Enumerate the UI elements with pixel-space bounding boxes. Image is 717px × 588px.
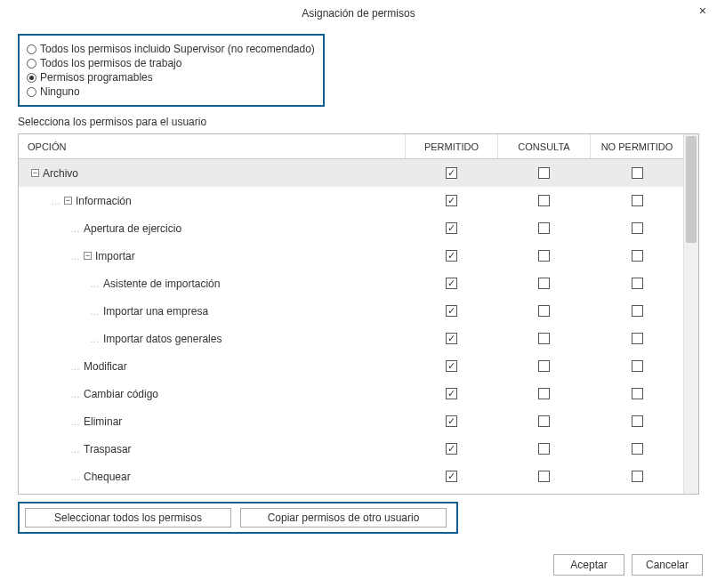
option-label: Traspasar: [84, 443, 132, 455]
table-row: …Modificar: [19, 352, 683, 380]
allowed-checkbox[interactable]: [446, 278, 457, 289]
allowed-checkbox[interactable]: [446, 415, 457, 427]
not-allowed-checkbox[interactable]: [632, 471, 643, 482]
table-row: …Importar datos generales: [19, 325, 683, 352]
collapse-icon[interactable]: −: [31, 169, 39, 177]
allowed-checkbox[interactable]: [446, 388, 457, 399]
copy-from-user-button[interactable]: Copiar permisos de otro usuario: [240, 508, 447, 528]
query-checkbox[interactable]: [538, 222, 550, 234]
bulk-actions: Seleccionar todos los permisos Copiar pe…: [18, 502, 458, 534]
collapse-icon[interactable]: −: [84, 252, 92, 260]
scrollbar-thumb[interactable]: [686, 136, 697, 243]
col-header-query: CONSULTA: [498, 134, 591, 158]
not-allowed-checkbox[interactable]: [632, 415, 643, 427]
allowed-checkbox[interactable]: [446, 443, 457, 455]
not-allowed-checkbox[interactable]: [632, 250, 643, 262]
not-allowed-checkbox[interactable]: [632, 167, 643, 179]
not-allowed-checkbox[interactable]: [632, 278, 643, 289]
table-row: …Asistente de importación: [19, 270, 683, 297]
option-label: Chequear: [84, 471, 131, 483]
tree-line-icon: …: [70, 416, 80, 427]
query-cell: [498, 325, 591, 352]
option-label: Importar datos generales: [103, 333, 222, 345]
not-allowed-checkbox[interactable]: [632, 222, 643, 234]
query-checkbox[interactable]: [538, 250, 550, 262]
not-allowed-checkbox[interactable]: [632, 195, 643, 206]
query-cell: [498, 297, 591, 325]
dialog-title: Asignación de permisos: [302, 7, 415, 20]
tree-line-icon: …: [90, 334, 100, 344]
option-label: Asistente de importación: [103, 278, 220, 290]
not-allowed-checkbox[interactable]: [632, 333, 643, 344]
table-row: …Apertura de ejercicio: [19, 214, 683, 242]
not-allowed-cell: [591, 242, 683, 270]
query-checkbox[interactable]: [538, 278, 550, 289]
option-cell: …Importar datos generales: [19, 325, 406, 352]
radio-label: Ninguno: [40, 85, 80, 98]
option-cell: …Importar una empresa: [19, 297, 406, 325]
tree-line-icon: …: [70, 444, 80, 455]
allowed-checkbox[interactable]: [446, 471, 457, 482]
radio-programmable[interactable]: Permisos programables: [27, 71, 316, 84]
allowed-cell: [406, 297, 498, 325]
close-icon[interactable]: ×: [699, 4, 706, 18]
not-allowed-checkbox[interactable]: [632, 388, 643, 399]
select-all-button[interactable]: Seleccionar todos los permisos: [25, 508, 231, 528]
query-cell: [498, 270, 591, 297]
query-checkbox[interactable]: [538, 471, 550, 482]
not-allowed-checkbox[interactable]: [632, 305, 643, 317]
allowed-cell: [406, 270, 498, 297]
radio-label: Permisos programables: [40, 71, 153, 84]
allowed-cell: [406, 380, 498, 407]
option-cell: …Eliminar: [19, 407, 406, 435]
col-header-allowed: PERMITIDO: [406, 134, 498, 158]
query-checkbox[interactable]: [538, 195, 550, 206]
cancel-button[interactable]: Cancelar: [632, 554, 703, 576]
tree-line-icon: …: [70, 223, 80, 234]
option-label: Cambiar código: [84, 388, 158, 400]
allowed-checkbox[interactable]: [446, 305, 457, 317]
query-checkbox[interactable]: [538, 360, 550, 372]
option-cell: −Archivo: [19, 159, 406, 187]
query-checkbox[interactable]: [538, 388, 550, 399]
radio-all-work[interactable]: Todos los permisos de trabajo: [27, 57, 316, 69]
allowed-checkbox[interactable]: [446, 250, 457, 262]
allowed-checkbox[interactable]: [446, 195, 457, 206]
radio-all-inc-supervisor[interactable]: Todos los permisos incluido Supervisor (…: [27, 43, 316, 55]
not-allowed-cell: [591, 270, 683, 297]
allowed-cell: [406, 242, 498, 270]
allowed-cell: [406, 435, 498, 463]
select-permissions-label: Selecciona los permisos para el usuario: [18, 116, 699, 128]
option-cell: …−Importar: [19, 242, 406, 270]
query-checkbox[interactable]: [538, 443, 550, 455]
allowed-checkbox[interactable]: [446, 167, 457, 179]
table-row: …Traspasar: [19, 435, 683, 463]
allowed-cell: [406, 407, 498, 435]
query-checkbox[interactable]: [538, 333, 550, 344]
not-allowed-cell: [591, 352, 683, 380]
allowed-cell: [406, 325, 498, 352]
query-checkbox[interactable]: [538, 305, 550, 317]
query-checkbox[interactable]: [538, 167, 550, 179]
radio-none[interactable]: Ninguno: [27, 85, 316, 98]
option-label: Modificar: [84, 360, 127, 373]
not-allowed-cell: [591, 159, 683, 187]
collapse-icon[interactable]: −: [64, 197, 72, 205]
query-cell: [498, 214, 591, 242]
option-label: Eliminar: [84, 415, 122, 428]
not-allowed-cell: [591, 435, 683, 463]
not-allowed-checkbox[interactable]: [632, 443, 643, 455]
table-row: …Chequear: [19, 463, 683, 490]
option-cell: …Traspasar: [19, 435, 406, 463]
not-allowed-checkbox[interactable]: [632, 360, 643, 372]
table-header: OPCIÓN PERMITIDO CONSULTA NO PERMITIDO: [19, 134, 683, 159]
accept-button[interactable]: Aceptar: [553, 554, 624, 576]
query-checkbox[interactable]: [538, 415, 550, 427]
vertical-scrollbar[interactable]: [683, 134, 698, 494]
radio-icon: [27, 73, 36, 83]
not-allowed-cell: [591, 187, 683, 214]
allowed-checkbox[interactable]: [446, 360, 457, 372]
allowed-checkbox[interactable]: [446, 333, 457, 344]
allowed-checkbox[interactable]: [446, 222, 457, 234]
tree-line-icon: …: [51, 196, 60, 206]
